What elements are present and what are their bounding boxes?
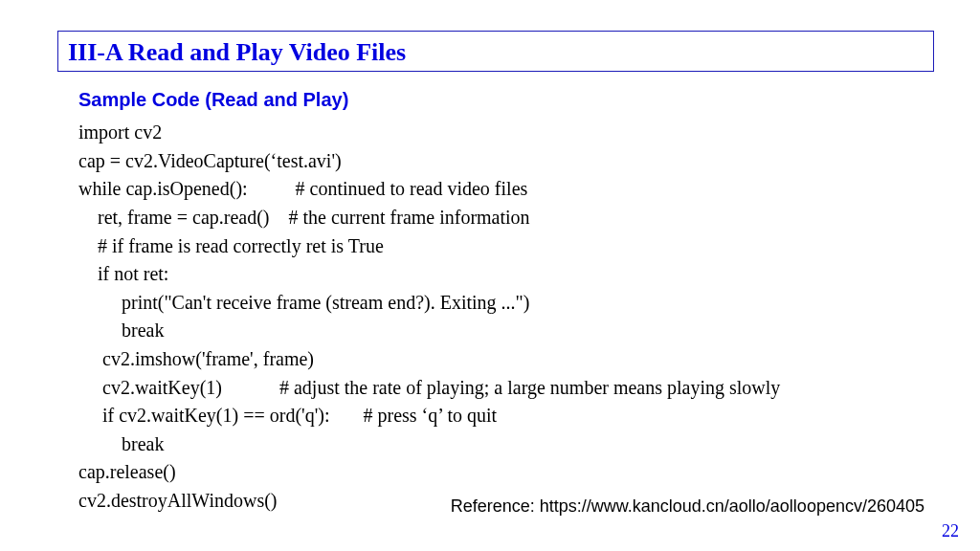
code-line: import cv2 <box>78 121 162 143</box>
code-line: cap = cv2.VideoCapture(‘test.avi') <box>78 150 342 171</box>
code-line: break <box>78 433 164 454</box>
section-subtitle: Sample Code (Read and Play) <box>78 89 934 111</box>
code-line: print("Can't receive frame (stream end?)… <box>78 292 529 313</box>
page-number: 22 <box>942 521 959 541</box>
code-line: ret, frame = cap.read() # the current fr… <box>78 207 530 228</box>
code-line: if cv2.waitKey(1) == ord('q'): # press ‘… <box>78 405 497 426</box>
code-block: import cv2 cap = cv2.VideoCapture(‘test.… <box>78 119 934 515</box>
code-line: while cap.isOpened(): # continued to rea… <box>78 178 527 199</box>
code-line: cv2.waitKey(1) # adjust the rate of play… <box>78 377 780 398</box>
slide: III-A Read and Play Video Files Sample C… <box>0 0 980 551</box>
code-line: cap.release() <box>78 461 176 482</box>
code-line: cv2.imshow('frame', frame) <box>78 348 314 369</box>
code-line: if not ret: <box>78 263 168 284</box>
reference-text: Reference: https://www.kancloud.cn/aollo… <box>451 496 924 517</box>
page-title: III-A Read and Play Video Files <box>68 37 924 67</box>
code-line: # if frame is read correctly ret is True <box>78 235 384 256</box>
code-line: break <box>78 320 164 341</box>
title-box: III-A Read and Play Video Files <box>57 31 934 72</box>
code-line: cv2.destroyAllWindows() <box>78 490 278 511</box>
